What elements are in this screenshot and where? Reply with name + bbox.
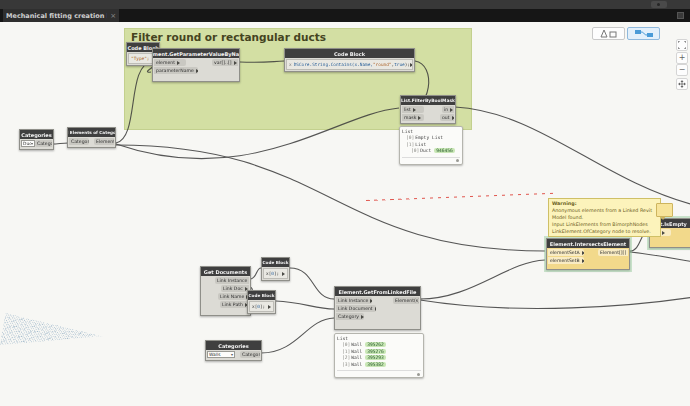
port-label: elementSetA bbox=[550, 250, 580, 255]
categories-dropdown[interactable]: Walls▾ bbox=[207, 351, 235, 358]
wire[interactable] bbox=[240, 61, 284, 62]
output-port[interactable] bbox=[410, 63, 413, 67]
wire[interactable] bbox=[116, 108, 399, 159]
input-port-category[interactable]: Category bbox=[336, 313, 364, 320]
port-label: element bbox=[156, 60, 175, 65]
output-port-link-name[interactable]: Link Name bbox=[218, 293, 249, 300]
port-label: out bbox=[442, 115, 450, 120]
categories-dropdown[interactable]: Ducts▾ bbox=[21, 140, 35, 147]
port-label: var[]..[] bbox=[214, 60, 232, 65]
input-port-element[interactable]: element bbox=[154, 59, 186, 66]
port-arrow bbox=[234, 61, 237, 65]
preview-key: [2] bbox=[342, 355, 350, 360]
port-arrow bbox=[177, 61, 180, 65]
input-port-list[interactable]: list bbox=[402, 106, 424, 113]
port-label: Element(s) bbox=[395, 298, 419, 303]
wire[interactable] bbox=[261, 318, 334, 353]
wire[interactable] bbox=[420, 260, 545, 299]
node-code-block-index-b[interactable]: Code Block x[0]; bbox=[247, 290, 276, 314]
code-text: DSCore.String.Contains(x.Name, bbox=[294, 62, 373, 67]
close-icon[interactable]: × bbox=[110, 12, 116, 20]
output-port-elements[interactable]: Elements bbox=[94, 138, 114, 145]
output-port[interactable] bbox=[268, 305, 271, 309]
node-get-from-linked-file[interactable]: Element.GetFromLinkedFile Link Instance … bbox=[334, 286, 421, 330]
node-header[interactable]: List.FilterByBoolMask bbox=[401, 96, 455, 105]
node-header[interactable]: Code Block bbox=[262, 258, 289, 267]
zoom-fit-button[interactable] bbox=[676, 39, 688, 51]
wire[interactable] bbox=[250, 268, 261, 279]
graph-view-button[interactable] bbox=[627, 27, 660, 40]
zoom-out-button[interactable]: − bbox=[676, 64, 688, 76]
zoom-fit-icon bbox=[678, 41, 686, 49]
code-block-code[interactable]: x[0]; bbox=[263, 268, 288, 279]
node-header[interactable]: Get Documents bbox=[201, 267, 250, 276]
preview-value: Wall bbox=[351, 355, 362, 360]
input-port-elementsetb[interactable]: elementSetB bbox=[548, 257, 584, 264]
wire[interactable] bbox=[116, 145, 545, 251]
output-port-link-instance[interactable]: Link Instance bbox=[215, 277, 249, 284]
node-code-block-index-a[interactable]: Code Block x[0]; bbox=[261, 257, 290, 281]
pan-icon bbox=[678, 80, 686, 88]
code-block-code[interactable]: x[0]; bbox=[249, 301, 274, 312]
geometry-view-button[interactable] bbox=[592, 27, 625, 40]
node-header[interactable]: Element.GetFromLinkedFile bbox=[335, 287, 420, 296]
wire[interactable] bbox=[455, 107, 690, 205]
pan-button[interactable] bbox=[676, 78, 688, 90]
workspace-tab[interactable]: Mechanical fitting creation by wall inte… bbox=[3, 9, 119, 22]
node-get-parameter-value[interactable]: Element.GetParameterValueByName element … bbox=[152, 48, 240, 82]
node-header[interactable]: All Elements of Category bbox=[68, 128, 115, 137]
input-port-elementseta[interactable]: elementSetA bbox=[548, 249, 584, 256]
input-port-category[interactable]: Category bbox=[69, 138, 89, 145]
chevron-down-icon: ▾ bbox=[231, 352, 233, 357]
input-port-link-instance[interactable]: Link Instance bbox=[336, 297, 372, 304]
wire[interactable] bbox=[290, 268, 334, 299]
pin-icon[interactable] bbox=[456, 159, 459, 162]
node-header[interactable]: Element.IntersectsElement bbox=[547, 239, 629, 248]
wire[interactable] bbox=[52, 143, 68, 144]
input-port-parametername[interactable]: parameterName bbox=[154, 67, 198, 74]
output-port-element-list[interactable]: Element[][] bbox=[598, 249, 628, 256]
code-text: ]; bbox=[274, 271, 279, 276]
node-categories-walls[interactable]: Categories Walls▾ Category bbox=[205, 340, 262, 361]
node-header[interactable]: Categories bbox=[20, 130, 53, 139]
node-code-block-contains[interactable]: Code Block x DSCore.String.Contains(x.Na… bbox=[284, 48, 415, 72]
wire[interactable] bbox=[116, 62, 152, 143]
output-port-link-path[interactable]: Link Path bbox=[220, 301, 249, 308]
node-filter-by-bool-mask[interactable]: List.FilterByBoolMask list in mask out bbox=[400, 95, 456, 124]
input-port-x[interactable]: x bbox=[289, 62, 292, 67]
output-port-link-doc[interactable]: Link Doc bbox=[221, 285, 249, 292]
tab-bar-icon[interactable] bbox=[677, 12, 684, 19]
node-all-elements-of-category[interactable]: All Elements of Category Category Elemen… bbox=[67, 127, 116, 148]
tab-title: Mechanical fitting creation by wall inte bbox=[6, 12, 107, 20]
output-port-category[interactable]: Category bbox=[35, 140, 52, 147]
port-label: Category bbox=[242, 352, 260, 357]
node-header[interactable]: Element.GetParameterValueByName bbox=[153, 49, 239, 58]
output-port-out[interactable]: out bbox=[440, 114, 454, 121]
wire[interactable] bbox=[420, 297, 690, 308]
preview-key: [0] bbox=[342, 342, 350, 347]
node-header[interactable]: Categories bbox=[206, 341, 261, 350]
output-port-var[interactable]: var[]..[] bbox=[212, 59, 238, 66]
camera-export-icon[interactable] bbox=[651, 1, 667, 8]
node-intersects-element[interactable]: Element.IntersectsElement elementSetA El… bbox=[546, 238, 630, 270]
preview-value: List bbox=[415, 142, 426, 147]
node-header[interactable]: Code Block bbox=[285, 49, 414, 58]
warning-bubble-icon[interactable] bbox=[656, 203, 673, 217]
wire[interactable] bbox=[630, 252, 690, 262]
output-port-category[interactable]: Category bbox=[240, 351, 260, 358]
zoom-in-button[interactable]: + bbox=[676, 52, 688, 64]
port-label: Link Name bbox=[220, 294, 244, 299]
view-toggle-toolbar bbox=[592, 27, 660, 40]
output-port-elements[interactable]: Element(s) bbox=[393, 297, 419, 304]
input-port-mask[interactable]: mask bbox=[402, 114, 424, 121]
output-port-in[interactable]: in bbox=[442, 106, 454, 113]
port-arrow bbox=[662, 231, 665, 235]
input-port-link-document[interactable]: Link Document bbox=[336, 305, 376, 312]
node-categories-ducts[interactable]: Categories Ducts▾ Category bbox=[19, 129, 54, 150]
node-get-documents[interactable]: Get Documents Link Instance Link Doc Lin… bbox=[200, 266, 251, 316]
code-block-code[interactable]: x DSCore.String.Contains(x.Name, "round"… bbox=[286, 59, 413, 70]
output-port[interactable] bbox=[282, 272, 285, 276]
pin-icon[interactable] bbox=[417, 373, 420, 376]
node-header[interactable]: Code Block bbox=[248, 291, 275, 300]
wire[interactable] bbox=[276, 301, 334, 309]
